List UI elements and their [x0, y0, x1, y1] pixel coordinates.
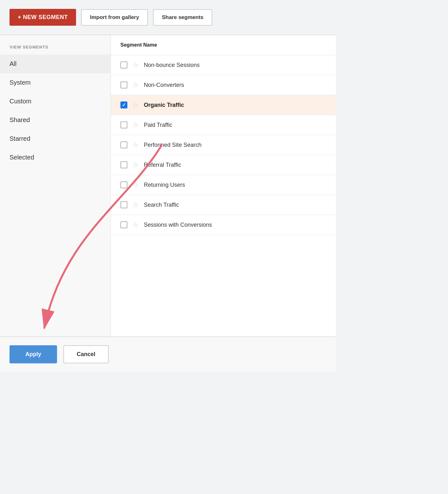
checkbox-organic-traffic[interactable]	[120, 101, 127, 108]
star-icon-non-bounce[interactable]: ☆	[132, 61, 139, 69]
header: + NEW SEGMENT Import from gallery Share …	[0, 0, 336, 35]
sidebar-section-label: VIEW SEGMENTS	[0, 45, 111, 55]
checkbox-sessions-with-conversions[interactable]	[120, 221, 127, 228]
footer: Apply Cancel	[0, 336, 336, 372]
apply-button[interactable]: Apply	[10, 345, 57, 363]
sidebar-item-all[interactable]: All	[0, 55, 111, 73]
star-icon-search-traffic[interactable]: ☆	[132, 201, 139, 209]
segment-name-organic-traffic: Organic Traffic	[144, 102, 184, 108]
segment-name-performed-site-search: Performed Site Search	[144, 142, 202, 148]
checkbox-non-bounce[interactable]	[120, 62, 127, 68]
segment-row-search-traffic[interactable]: ☆ Search Traffic	[111, 195, 336, 215]
sidebar-item-selected[interactable]: Selected	[0, 148, 111, 167]
segment-name-returning-users: Returning Users	[144, 182, 185, 188]
checkbox-paid-traffic[interactable]	[120, 121, 127, 128]
new-segment-button[interactable]: + NEW SEGMENT	[10, 9, 76, 26]
segment-row-organic-traffic[interactable]: ☆ Organic Traffic	[111, 95, 336, 115]
star-icon-returning-users[interactable]: ☆	[132, 181, 139, 189]
segment-name-non-converters: Non-Converters	[144, 82, 184, 88]
segment-row-paid-traffic[interactable]: ☆ Paid Traffic	[111, 115, 336, 135]
segment-row-non-converters[interactable]: ☆ Non-Converters	[111, 75, 336, 95]
segment-name-paid-traffic: Paid Traffic	[144, 122, 172, 128]
checkbox-referral-traffic[interactable]	[120, 161, 127, 168]
star-icon-sessions-with-conversions[interactable]: ☆	[132, 221, 139, 229]
share-segments-button[interactable]: Share segments	[153, 9, 212, 26]
segment-row-non-bounce[interactable]: ☆ Non-bounce Sessions	[111, 55, 336, 75]
star-icon-performed-site-search[interactable]: ☆	[132, 141, 139, 149]
sidebar-item-system[interactable]: System	[0, 73, 111, 92]
cancel-button[interactable]: Cancel	[63, 345, 109, 363]
segment-row-performed-site-search[interactable]: ☆ Performed Site Search	[111, 135, 336, 155]
checkbox-performed-site-search[interactable]	[120, 141, 127, 148]
star-icon-non-converters[interactable]: ☆	[132, 81, 139, 89]
checkbox-search-traffic[interactable]	[120, 201, 127, 208]
checkbox-non-converters[interactable]	[120, 81, 127, 88]
sidebar-item-starred[interactable]: Starred	[0, 129, 111, 148]
star-icon-referral-traffic[interactable]: ☆	[132, 161, 139, 169]
segment-list-header: Segment Name	[111, 35, 336, 55]
segment-list: Segment Name ☆ Non-bounce Sessions ☆ Non…	[111, 35, 336, 336]
star-icon-organic-traffic[interactable]: ☆	[132, 101, 139, 109]
segment-row-sessions-with-conversions[interactable]: ☆ Sessions with Conversions	[111, 215, 336, 235]
segment-name-referral-traffic: Referral Traffic	[144, 162, 181, 168]
segment-row-referral-traffic[interactable]: ☆ Referral Traffic	[111, 155, 336, 175]
sidebar-item-custom[interactable]: Custom	[0, 92, 111, 111]
segment-name-non-bounce: Non-bounce Sessions	[144, 62, 200, 68]
segment-name-search-traffic: Search Traffic	[144, 202, 179, 208]
star-icon-paid-traffic[interactable]: ☆	[132, 121, 139, 129]
import-gallery-button[interactable]: Import from gallery	[81, 9, 148, 26]
sidebar-item-shared[interactable]: Shared	[0, 111, 111, 129]
segment-row-returning-users[interactable]: ☆ Returning Users	[111, 175, 336, 195]
checkbox-returning-users[interactable]	[120, 181, 127, 188]
segment-name-sessions-with-conversions: Sessions with Conversions	[144, 222, 212, 228]
main-content: VIEW SEGMENTS All System Custom Shared S…	[0, 35, 336, 336]
sidebar: VIEW SEGMENTS All System Custom Shared S…	[0, 35, 111, 336]
